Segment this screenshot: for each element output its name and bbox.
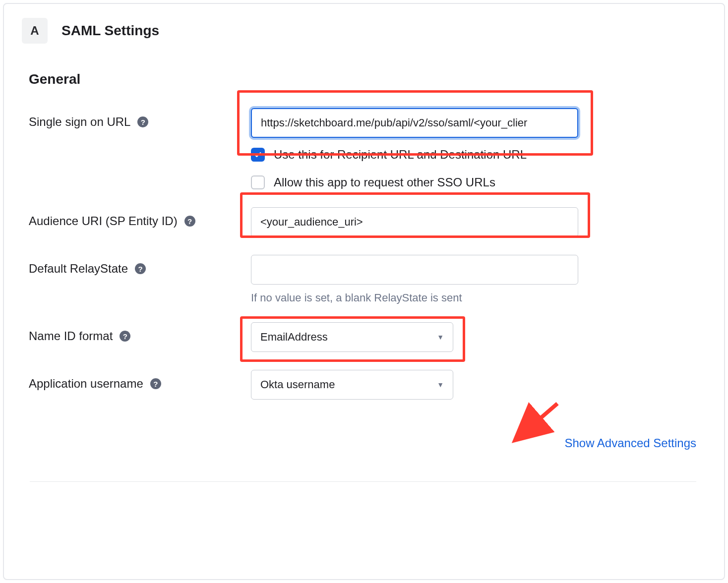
help-icon[interactable]: ? (150, 378, 161, 389)
row-name-id-format: Name ID format ? EmailAddress ▼ (22, 322, 706, 352)
section-badge: A (22, 18, 48, 44)
row-audience-uri: Audience URI (SP Entity ID) ? (22, 207, 706, 237)
audience-uri-input[interactable] (251, 207, 578, 237)
name-id-format-select[interactable]: EmailAddress ▼ (251, 322, 453, 352)
chevron-down-icon: ▼ (437, 333, 444, 341)
panel-title: SAML Settings (61, 23, 159, 39)
label-sso-url: Single sign on URL (29, 115, 130, 129)
label-audience-uri: Audience URI (SP Entity ID) (29, 214, 178, 228)
app-username-value: Okta username (260, 378, 335, 391)
help-icon[interactable]: ? (137, 117, 148, 127)
row-app-username: Application username ? Okta username ▼ (22, 370, 706, 400)
label-name-id-format: Name ID format (29, 329, 113, 343)
relaystate-hint: If no value is set, a blank RelayState i… (251, 292, 706, 304)
annotation-arrow (512, 401, 566, 445)
row-default-relaystate: Default RelayState ? If no value is set,… (22, 255, 706, 304)
sso-url-input[interactable] (251, 108, 578, 138)
label-app-username: Application username (29, 377, 143, 391)
svg-line-0 (521, 404, 557, 435)
row-sso-url: Single sign on URL ? Use this for Recipi… (22, 108, 706, 189)
divider (30, 481, 696, 482)
checkbox-allow-other-sso[interactable] (251, 175, 265, 189)
checkbox-allow-other-label: Allow this app to request other SSO URLs (274, 175, 495, 189)
app-username-select[interactable]: Okta username ▼ (251, 370, 453, 400)
name-id-format-value: EmailAddress (260, 331, 328, 344)
panel-header: A SAML Settings (22, 18, 706, 44)
section-title-general: General (29, 71, 706, 87)
chevron-down-icon: ▼ (437, 381, 444, 389)
checkbox-recipient-url[interactable] (251, 148, 265, 162)
help-icon[interactable]: ? (184, 216, 195, 227)
saml-settings-panel: A SAML Settings General Single sign on U… (3, 3, 725, 580)
help-icon[interactable]: ? (120, 331, 130, 342)
checkbox-recipient-label: Use this for Recipient URL and Destinati… (274, 148, 527, 162)
help-icon[interactable]: ? (135, 263, 146, 274)
label-default-relaystate: Default RelayState (29, 262, 128, 276)
default-relaystate-input[interactable] (251, 255, 578, 285)
show-advanced-settings-link[interactable]: Show Advanced Settings (564, 436, 696, 450)
